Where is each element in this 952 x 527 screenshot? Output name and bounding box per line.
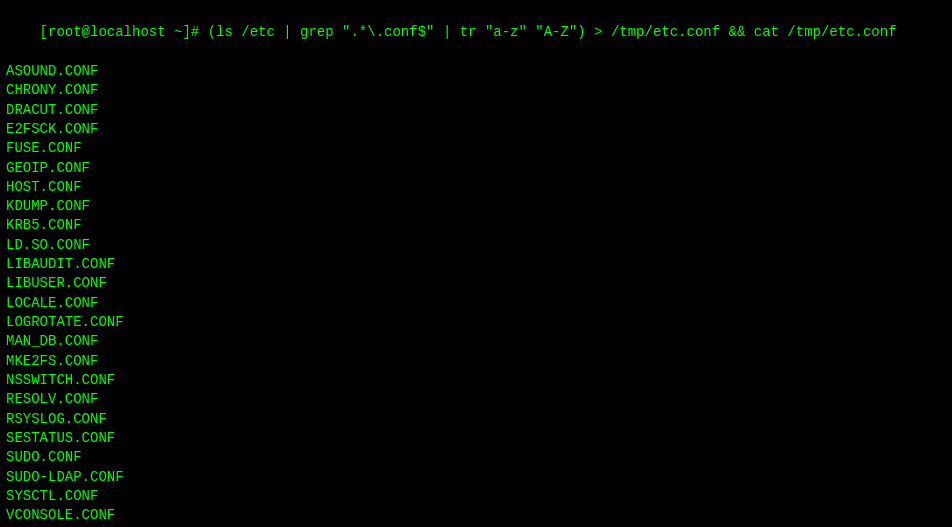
output-line: FUSE.CONF <box>6 139 946 158</box>
output-line: RESOLV.CONF <box>6 390 946 409</box>
output-line: KRB5.CONF <box>6 216 946 235</box>
output-line: LD.SO.CONF <box>6 236 946 255</box>
output-container: ASOUND.CONFCHRONY.CONFDRACUT.CONFE2FSCK.… <box>6 62 946 527</box>
output-line: NSSWITCH.CONF <box>6 371 946 390</box>
output-line: LOCALE.CONF <box>6 294 946 313</box>
command-line: [root@localhost ~]# (ls /etc | grep ".*\… <box>6 4 946 62</box>
output-line: SUDO.CONF <box>6 448 946 467</box>
output-line: SYSCTL.CONF <box>6 487 946 506</box>
output-line: ASOUND.CONF <box>6 62 946 81</box>
output-line: HOST.CONF <box>6 178 946 197</box>
output-line: LIBAUDIT.CONF <box>6 255 946 274</box>
output-line: SESTATUS.CONF <box>6 429 946 448</box>
output-line: RSYSLOG.CONF <box>6 410 946 429</box>
output-line: MAN_DB.CONF <box>6 332 946 351</box>
terminal-window: [root@localhost ~]# (ls /etc | grep ".*\… <box>0 0 952 527</box>
output-line: SUDO-LDAP.CONF <box>6 468 946 487</box>
output-line: GEOIP.CONF <box>6 159 946 178</box>
output-line: LOGROTATE.CONF <box>6 313 946 332</box>
output-line: LIBUSER.CONF <box>6 274 946 293</box>
prompt-prefix: [root@localhost ~]# (ls /etc | grep ".*\… <box>40 24 897 40</box>
output-line: KDUMP.CONF <box>6 197 946 216</box>
output-line: VCONSOLE.CONF <box>6 506 946 525</box>
output-line: E2FSCK.CONF <box>6 120 946 139</box>
output-line: CHRONY.CONF <box>6 81 946 100</box>
output-line: MKE2FS.CONF <box>6 352 946 371</box>
output-line: DRACUT.CONF <box>6 101 946 120</box>
